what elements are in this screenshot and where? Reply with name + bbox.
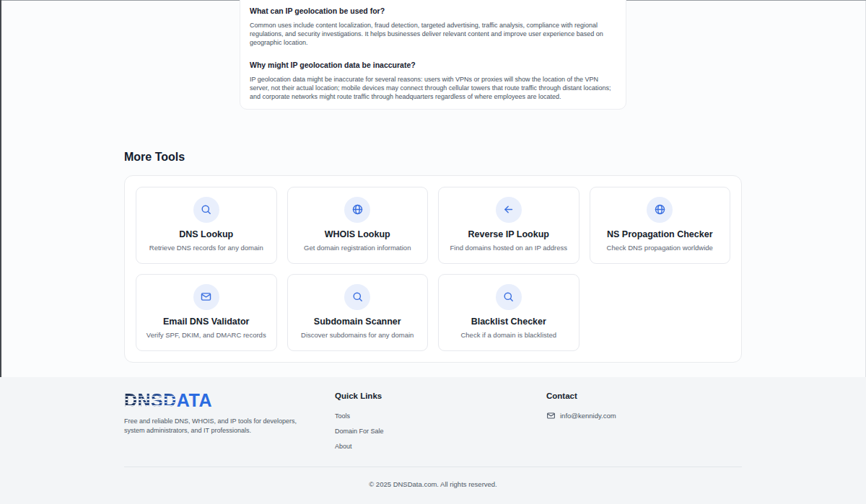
footer: DNSDATA Free and reliable DNS, WHOIS, an…	[0, 377, 866, 504]
footer-tagline: Free and reliable DNS, WHOIS, and IP too…	[124, 417, 306, 436]
tool-card-title: Blacklist Checker	[471, 317, 546, 327]
search-icon	[351, 291, 364, 303]
footer-link[interactable]: Tools	[335, 412, 546, 420]
quick-links-list: Tools Domain For Sale About	[335, 412, 546, 450]
tool-card[interactable]: Blacklist Checker Check if a domain is b…	[438, 274, 579, 351]
faq-item: Why might IP geolocation data be inaccur…	[250, 61, 616, 102]
faq-question: Why might IP geolocation data be inaccur…	[250, 61, 616, 71]
footer-brand-column: DNSDATA Free and reliable DNS, WHOIS, an…	[124, 392, 335, 467]
quick-links-title: Quick Links	[335, 392, 546, 400]
tool-card-title: Email DNS Validator	[163, 317, 249, 327]
faq-question: What can IP geolocation be used for?	[250, 6, 616, 17]
tool-card[interactable]: WHOIS Lookup Get domain registration inf…	[287, 187, 429, 264]
search-icon	[502, 291, 515, 303]
footer-link[interactable]: About	[335, 443, 546, 450]
faq-answer: Common uses include content localization…	[250, 21, 616, 48]
tool-card-description: Verify SPF, DKIM, and DMARC records	[146, 331, 266, 339]
logo-part-striped: DNSD	[124, 390, 177, 410]
tool-card-description: Find domains hosted on an IP address	[450, 244, 567, 252]
tool-card[interactable]: Reverse IP Lookup Find domains hosted on…	[438, 187, 579, 264]
tool-card[interactable]: Email DNS Validator Verify SPF, DKIM, an…	[136, 274, 277, 351]
tool-card-title: Reverse IP Lookup	[468, 229, 549, 239]
copyright-text: © 2025 DNSData.com. All rights reserved.	[124, 480, 742, 488]
tool-card-description: Retrieve DNS records for any domain	[149, 244, 263, 252]
contact-email-text: info@kennidy.com	[560, 412, 616, 420]
mail-icon	[546, 411, 556, 420]
page: What can IP geolocation be used for? Com…	[0, 0, 866, 504]
tool-card-description: Check DNS propagation worldwide	[607, 244, 713, 252]
footer-contact-column: Contact info@kennidy.com	[546, 392, 742, 467]
tool-card-description: Discover subdomains for any domain	[301, 331, 414, 339]
mail-icon	[200, 291, 212, 303]
tool-card-title: DNS Lookup	[179, 229, 233, 239]
tool-card-title: WHOIS Lookup	[325, 229, 390, 239]
tool-card-description: Get domain registration information	[304, 244, 411, 252]
logo-part-solid: ATA	[177, 390, 212, 410]
contact-email-link[interactable]: info@kennidy.com	[546, 411, 742, 420]
footer-link[interactable]: Domain For Sale	[335, 428, 546, 435]
more-tools-title: More Tools	[124, 150, 742, 164]
arrow-left-icon	[502, 203, 515, 216]
tool-card-title: NS Propagation Checker	[607, 229, 713, 239]
globe-icon	[654, 203, 666, 216]
faq-answer: IP geolocation data might be inaccurate …	[250, 75, 616, 102]
tool-card[interactable]: Subdomain Scanner Discover subdomains fo…	[287, 274, 429, 351]
tool-card[interactable]: NS Propagation Checker Check DNS propaga…	[590, 187, 731, 264]
tools-grid: DNS Lookup Retrieve DNS records for any …	[124, 175, 742, 363]
faq-card: What can IP geolocation be used for? Com…	[240, 0, 626, 110]
footer-divider	[124, 467, 742, 467]
contact-title: Contact	[546, 392, 742, 400]
tool-card-description: Check if a domain is blacklisted	[460, 331, 556, 339]
footer-quick-links-column: Quick Links Tools Domain For Sale About	[335, 392, 546, 467]
site-logo[interactable]: DNSDATA	[124, 392, 212, 410]
search-icon	[200, 203, 212, 216]
tool-card[interactable]: DNS Lookup Retrieve DNS records for any …	[136, 187, 277, 264]
faq-item: What can IP geolocation be used for? Com…	[250, 6, 616, 48]
tool-card-title: Subdomain Scanner	[314, 317, 401, 327]
globe-icon	[351, 203, 364, 216]
